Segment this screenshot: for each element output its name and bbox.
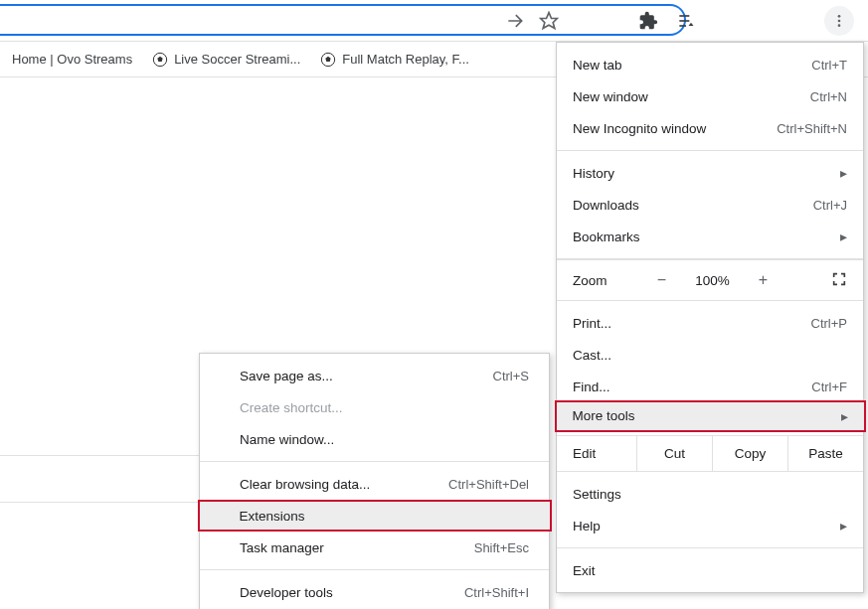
menu-more-tools[interactable]: More tools ▸ bbox=[555, 400, 866, 432]
menu-label: Extensions bbox=[240, 509, 305, 524]
menu-shortcut: Ctrl+Shift+I bbox=[464, 585, 529, 600]
menu-history[interactable]: History ▸ bbox=[557, 157, 863, 189]
submenu-arrow-icon: ▸ bbox=[840, 228, 847, 244]
search-box-fragment[interactable] bbox=[0, 455, 199, 503]
bookmark-label: Live Soccer Streami... bbox=[174, 52, 300, 67]
menu-separator bbox=[200, 461, 549, 462]
svg-point-4 bbox=[838, 15, 841, 18]
bookmark-item[interactable]: Home | Ovo Streams bbox=[12, 52, 132, 67]
share-icon[interactable] bbox=[504, 10, 526, 32]
soccer-ball-icon bbox=[320, 52, 336, 68]
svg-marker-0 bbox=[541, 12, 558, 28]
menu-shortcut: Ctrl+F bbox=[811, 380, 847, 394]
menu-shortcut: Ctrl+J bbox=[813, 198, 847, 213]
menu-label: New Incognito window bbox=[573, 121, 706, 136]
submenu-clear-browsing-data[interactable]: Clear browsing data... Ctrl+Shift+Del bbox=[200, 468, 549, 500]
zoom-out-button[interactable]: − bbox=[647, 271, 677, 289]
edit-copy-button[interactable]: Copy bbox=[712, 436, 787, 471]
bookmark-label: Home | Ovo Streams bbox=[12, 52, 132, 67]
menu-label: New window bbox=[573, 89, 648, 104]
menu-shortcut: Ctrl+T bbox=[811, 58, 847, 73]
zoom-in-button[interactable]: + bbox=[749, 271, 779, 289]
bookmark-star-icon[interactable] bbox=[538, 10, 560, 32]
menu-label: Developer tools bbox=[240, 585, 333, 600]
menu-bookmarks[interactable]: Bookmarks ▸ bbox=[557, 221, 863, 252]
bookmark-item[interactable]: Full Match Replay, F... bbox=[320, 52, 469, 68]
menu-print[interactable]: Print... Ctrl+P bbox=[557, 307, 863, 339]
submenu-arrow-icon: ▸ bbox=[840, 165, 847, 181]
menu-cast[interactable]: Cast... bbox=[557, 339, 863, 371]
menu-settings[interactable]: Settings bbox=[557, 478, 863, 510]
submenu-arrow-icon: ▸ bbox=[841, 408, 848, 424]
reading-list-icon[interactable] bbox=[675, 10, 697, 32]
menu-downloads[interactable]: Downloads Ctrl+J bbox=[557, 189, 863, 221]
zoom-label: Zoom bbox=[573, 273, 608, 288]
submenu-task-manager[interactable]: Task manager Shift+Esc bbox=[200, 532, 549, 563]
extensions-puzzle-icon[interactable] bbox=[637, 10, 659, 32]
menu-new-tab[interactable]: New tab Ctrl+T bbox=[557, 49, 863, 80]
menu-label: History bbox=[573, 166, 614, 181]
menu-shortcut: Shift+Esc bbox=[474, 540, 529, 555]
more-tools-submenu: Save page as... Ctrl+S Create shortcut..… bbox=[199, 353, 550, 609]
browser-menu-button[interactable] bbox=[824, 6, 854, 36]
soccer-ball-icon bbox=[152, 52, 168, 68]
menu-label: Help bbox=[573, 519, 601, 533]
menu-shortcut: Ctrl+S bbox=[493, 369, 529, 383]
submenu-create-shortcut: Create shortcut... bbox=[200, 391, 549, 423]
menu-shortcut: Ctrl+N bbox=[810, 89, 847, 104]
submenu-developer-tools[interactable]: Developer tools Ctrl+Shift+I bbox=[200, 576, 549, 608]
menu-label: Find... bbox=[573, 380, 610, 394]
submenu-save-page[interactable]: Save page as... Ctrl+S bbox=[200, 360, 549, 391]
submenu-arrow-icon: ▸ bbox=[840, 518, 847, 533]
menu-shortcut: Ctrl+Shift+Del bbox=[448, 477, 529, 492]
menu-label: More tools bbox=[573, 408, 635, 423]
menu-zoom-row: Zoom − 100% + bbox=[557, 259, 863, 301]
menu-new-incognito[interactable]: New Incognito window Ctrl+Shift+N bbox=[557, 112, 863, 144]
menu-edit-row: Edit Cut Copy Paste bbox=[557, 436, 863, 472]
menu-label: Print... bbox=[573, 316, 611, 331]
edit-label: Edit bbox=[573, 446, 636, 461]
main-menu: New tab Ctrl+T New window Ctrl+N New Inc… bbox=[556, 42, 864, 593]
svg-point-6 bbox=[838, 24, 841, 27]
menu-exit[interactable]: Exit bbox=[557, 554, 863, 586]
bookmark-label: Full Match Replay, F... bbox=[342, 52, 469, 67]
fullscreen-icon[interactable] bbox=[831, 271, 847, 290]
submenu-name-window[interactable]: Name window... bbox=[200, 423, 549, 455]
menu-label: Settings bbox=[573, 487, 621, 502]
submenu-extensions[interactable]: Extensions bbox=[198, 500, 552, 532]
menu-separator bbox=[200, 569, 549, 570]
edit-paste-button[interactable]: Paste bbox=[787, 436, 863, 471]
menu-label: Exit bbox=[573, 563, 596, 578]
menu-label: Bookmarks bbox=[573, 229, 640, 244]
menu-label: Name window... bbox=[240, 432, 334, 447]
menu-help[interactable]: Help ▸ bbox=[557, 510, 863, 541]
menu-find[interactable]: Find... Ctrl+F bbox=[557, 371, 863, 402]
edit-cut-button[interactable]: Cut bbox=[636, 436, 712, 471]
menu-label: Clear browsing data... bbox=[240, 477, 370, 492]
menu-label: Cast... bbox=[573, 348, 611, 363]
kebab-icon bbox=[831, 13, 847, 29]
zoom-percent: 100% bbox=[689, 273, 737, 288]
menu-label: Save page as... bbox=[240, 369, 333, 383]
menu-label: Task manager bbox=[240, 540, 324, 555]
menu-label: Create shortcut... bbox=[240, 400, 343, 415]
menu-new-window[interactable]: New window Ctrl+N bbox=[557, 80, 863, 112]
bookmark-item[interactable]: Live Soccer Streami... bbox=[152, 52, 300, 68]
menu-label: Downloads bbox=[573, 198, 639, 213]
menu-shortcut: Ctrl+P bbox=[811, 316, 847, 331]
svg-point-5 bbox=[838, 19, 841, 22]
menu-shortcut: Ctrl+Shift+N bbox=[777, 121, 847, 136]
address-bar[interactable] bbox=[0, 4, 686, 36]
browser-toolbar bbox=[0, 0, 868, 42]
menu-label: New tab bbox=[573, 58, 622, 73]
